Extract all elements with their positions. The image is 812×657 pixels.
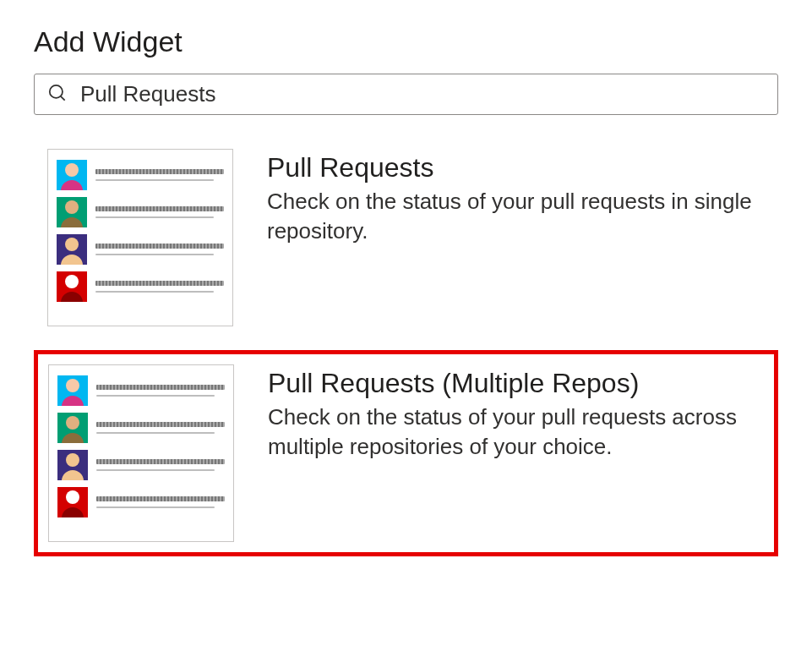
avatar-icon [57, 375, 88, 406]
avatar-icon [57, 160, 87, 190]
avatar-icon [57, 487, 88, 517]
thumbnail-lines [96, 496, 225, 508]
thumbnail-row [57, 487, 225, 517]
search-box[interactable] [34, 74, 778, 115]
widget-item[interactable]: Pull RequestsCheck on the status of your… [34, 135, 778, 340]
svg-point-0 [50, 85, 63, 97]
thumbnail-lines [95, 206, 224, 218]
avatar-icon [57, 450, 88, 480]
avatar-icon [57, 234, 87, 265]
avatar-icon [57, 197, 87, 227]
thumbnail-row [57, 450, 225, 480]
search-icon [46, 82, 68, 107]
thumbnail-row [57, 413, 225, 443]
svg-line-1 [61, 96, 65, 100]
thumbnail-row [57, 375, 225, 406]
thumbnail-lines [95, 281, 224, 293]
search-input[interactable] [80, 81, 766, 107]
page-title: Add Widget [34, 25, 778, 58]
widget-item[interactable]: Pull Requests (Multiple Repos)Check on t… [34, 350, 778, 556]
thumbnail-row [57, 234, 224, 265]
widget-text: Pull RequestsCheck on the status of your… [267, 149, 757, 246]
widget-description: Check on the status of your pull request… [267, 187, 757, 246]
thumbnail-lines [96, 385, 225, 397]
widget-thumbnail [47, 149, 233, 326]
avatar-icon [57, 271, 87, 302]
thumbnail-lines [95, 244, 224, 255]
avatar-icon [57, 413, 88, 443]
widget-text: Pull Requests (Multiple Repos)Check on t… [268, 364, 758, 462]
widget-title: Pull Requests [267, 152, 757, 183]
thumbnail-row [57, 160, 224, 190]
thumbnail-row [57, 271, 224, 302]
thumbnail-row [57, 197, 224, 227]
thumbnail-lines [95, 169, 224, 181]
widget-title: Pull Requests (Multiple Repos) [268, 368, 758, 399]
thumbnail-lines [96, 459, 225, 471]
widget-thumbnail [48, 364, 234, 542]
thumbnail-lines [96, 422, 225, 434]
widget-description: Check on the status of your pull request… [268, 402, 758, 462]
widget-list: Pull RequestsCheck on the status of your… [34, 135, 778, 556]
